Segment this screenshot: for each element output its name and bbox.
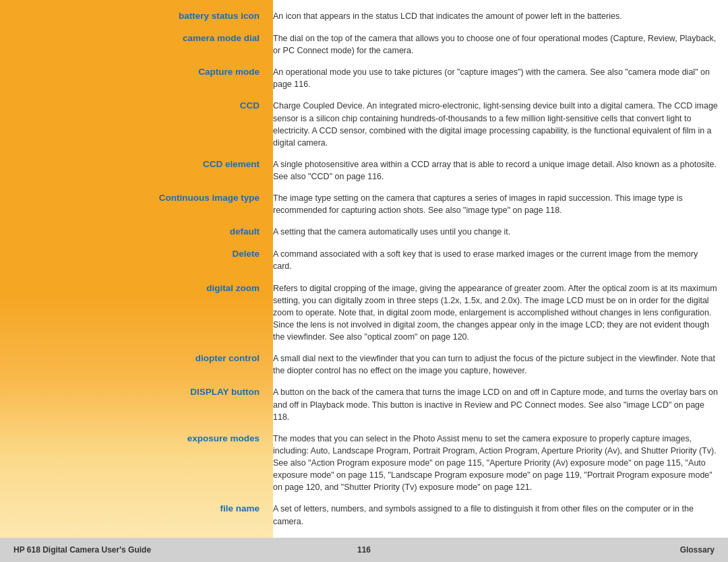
left-sidebar: [0, 0, 273, 538]
footer-right: Glossary: [680, 545, 715, 555]
main-content: [0, 0, 728, 538]
footer-center: 116: [357, 545, 371, 555]
page-wrapper: HP 618 Digital Camera User's Guide 116 G…: [0, 0, 728, 562]
footer-left: HP 618 Digital Camera User's Guide: [13, 545, 151, 555]
footer: HP 618 Digital Camera User's Guide 116 G…: [0, 538, 728, 562]
